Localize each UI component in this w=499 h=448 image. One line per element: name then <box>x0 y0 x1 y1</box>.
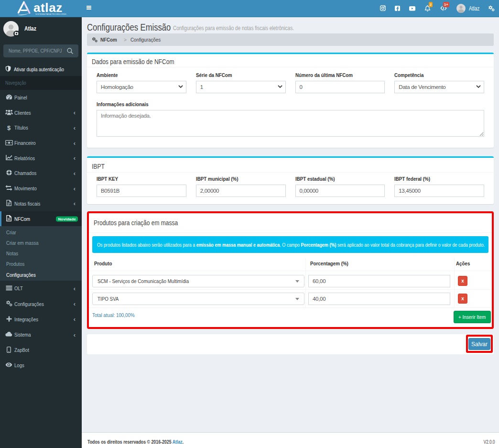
svg-text:SISTEMA PARA PROVEDORES: SISTEMA PARA PROVEDORES <box>35 13 66 15</box>
